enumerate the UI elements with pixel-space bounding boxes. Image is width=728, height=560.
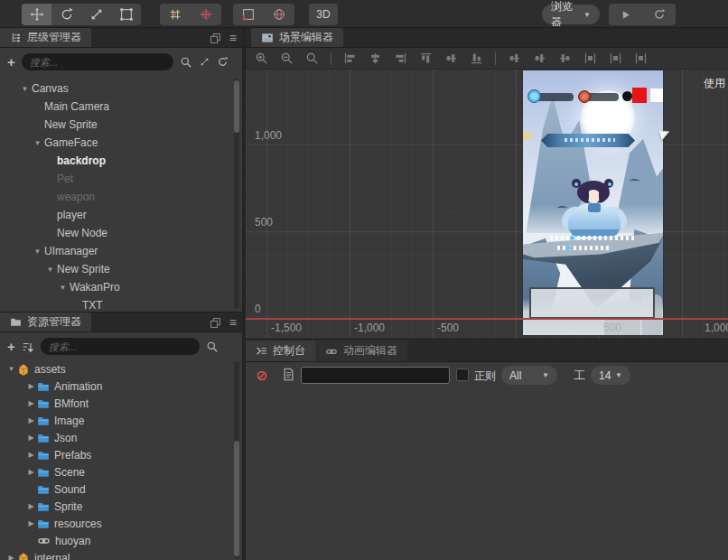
distribute-left-icon[interactable]: [583, 51, 597, 65]
asset-item-huoyan[interactable]: huoyan: [0, 532, 242, 549]
log-level-dropdown[interactable]: All ▼: [501, 366, 557, 385]
x-axis-line: [246, 318, 728, 320]
console-output[interactable]: [246, 387, 728, 560]
collapse-arrow-icon[interactable]: ▶: [5, 554, 17, 560]
float-panel-icon[interactable]: [210, 317, 221, 329]
asset-item-resources[interactable]: ▶resources: [0, 515, 242, 532]
collapse-arrow-icon[interactable]: ▶: [25, 434, 37, 442]
toggle-3d-button[interactable]: 3D: [309, 4, 338, 25]
zoom-reset-icon[interactable]: [305, 51, 319, 65]
distribute-right-icon[interactable]: [634, 51, 648, 65]
tree-item-backdrop[interactable]: ▼backdrop: [0, 152, 242, 170]
expand-arrow-icon[interactable]: ▼: [56, 284, 70, 292]
tab-scene-editor[interactable]: 场景编辑器: [251, 28, 343, 47]
gridline: [350, 70, 350, 338]
move-tool-button[interactable]: [22, 4, 51, 25]
clear-console-icon[interactable]: ⊘: [256, 367, 267, 384]
collapse-arrow-icon[interactable]: ▶: [25, 399, 37, 407]
collapse-arrow-icon[interactable]: ▶: [25, 451, 37, 459]
distribute-center-icon[interactable]: [609, 51, 622, 65]
asset-item-scene[interactable]: ▶Scene: [0, 463, 242, 481]
node-label: Canvas: [32, 82, 69, 95]
console-filter-input[interactable]: [301, 367, 450, 384]
tree-item-wakanpro[interactable]: ▼WakanPro: [0, 278, 242, 296]
assets-search-input[interactable]: [41, 338, 200, 355]
expand-arrow-icon[interactable]: ▼: [31, 247, 44, 256]
asset-item-image[interactable]: ▶Image: [0, 412, 242, 429]
tree-item-weapon[interactable]: ▼weapon: [0, 188, 242, 206]
tree-item-new-node[interactable]: ▼New Node: [0, 224, 242, 242]
zoom-in-icon[interactable]: [255, 51, 268, 65]
sort-icon[interactable]: [22, 341, 34, 353]
panel-menu-icon[interactable]: ≡: [229, 315, 237, 330]
tree-item-canvas[interactable]: ▼Canvas: [0, 79, 242, 98]
tree-item-new-sprite[interactable]: ▼New Sprite: [0, 116, 242, 134]
regex-checkbox[interactable]: [456, 369, 469, 381]
font-size-dropdown[interactable]: 14 ▼: [591, 366, 630, 385]
asset-item-bmfont[interactable]: ▶BMfont: [0, 395, 242, 412]
align-hcenter-icon[interactable]: [369, 51, 382, 65]
search-icon[interactable]: [180, 56, 192, 69]
tab-animation-editor[interactable]: 动画编辑器: [315, 341, 407, 361]
add-node-button[interactable]: +: [7, 54, 15, 70]
align-bottom-edge-icon[interactable]: [558, 51, 572, 65]
tree-item-new-sprite-2[interactable]: ▼New Sprite: [0, 260, 242, 278]
expand-arrow-icon[interactable]: ▼: [43, 266, 57, 274]
asset-item-sound[interactable]: ▶Sound: [0, 481, 242, 498]
collapse-arrow-icon[interactable]: ▶: [25, 382, 37, 390]
expand-arrow-icon[interactable]: ▼: [18, 85, 32, 93]
float-panel-icon[interactable]: [210, 33, 221, 44]
tree-item-pet[interactable]: ▼Pet: [0, 170, 242, 188]
align-top-icon[interactable]: [419, 51, 433, 65]
log-file-icon[interactable]: [282, 368, 295, 381]
browser-dropdown[interactable]: 浏览器 ▼: [542, 5, 600, 24]
asset-item-assets[interactable]: ▼assets: [0, 360, 242, 378]
expand-all-icon[interactable]: [199, 56, 210, 68]
asset-item-animation[interactable]: ▶Animation: [0, 378, 242, 395]
expand-arrow-icon[interactable]: ▼: [31, 139, 44, 147]
align-left-icon[interactable]: [343, 51, 357, 65]
scale-tool-button[interactable]: [81, 4, 111, 25]
collapse-arrow-icon[interactable]: ▶: [25, 519, 37, 527]
rotate-tool-button[interactable]: [51, 4, 81, 25]
search-icon[interactable]: [206, 341, 219, 353]
align-middle-icon[interactable]: [533, 51, 546, 65]
collapse-arrow-icon[interactable]: ▶: [25, 468, 37, 476]
panel-menu-icon[interactable]: ≡: [229, 31, 237, 45]
zoom-out-icon[interactable]: [280, 51, 294, 65]
asset-item-internal[interactable]: ▶internal: [0, 549, 242, 560]
asset-item-json[interactable]: ▶Json: [0, 429, 242, 446]
scene-viewport[interactable]: 1,000 500 0 -1,500 -1,000 -500 500 1,000…: [246, 70, 728, 338]
tab-console[interactable]: 控制台: [246, 341, 315, 361]
align-bottom-icon[interactable]: [470, 51, 483, 65]
asset-item-prefabs[interactable]: ▶Prefabs: [0, 446, 242, 463]
game-canvas-preview[interactable]: [522, 70, 664, 336]
align-right-icon[interactable]: [394, 48, 407, 69]
add-asset-button[interactable]: +: [7, 339, 15, 354]
tree-item-uimanager[interactable]: ▼UImanager: [0, 242, 242, 260]
asset-item-sprite[interactable]: ▶Sprite: [0, 498, 242, 515]
rect-gizmo-button[interactable]: [233, 4, 264, 25]
wireframe-globe-button[interactable]: [264, 4, 294, 25]
tree-item-main-camera[interactable]: ▼Main Camera: [0, 98, 242, 116]
pivot-crosshair-button[interactable]: [191, 4, 221, 25]
tree-item-gameface[interactable]: ▼GameFace: [0, 134, 242, 152]
hierarchy-search-input[interactable]: [22, 53, 173, 70]
assets-scrollbar[interactable]: [234, 361, 239, 559]
play-button[interactable]: [609, 4, 642, 25]
tab-hierarchy[interactable]: 层级管理器: [0, 28, 91, 47]
anchor-grid-button[interactable]: [160, 4, 191, 25]
hierarchy-scrollbar[interactable]: [234, 79, 239, 309]
align-top-edge-icon[interactable]: [508, 51, 521, 65]
refresh-icon[interactable]: [217, 56, 229, 68]
tree-item-player[interactable]: ▼player: [0, 206, 242, 224]
rect-tool-button[interactable]: [111, 4, 141, 25]
collapse-arrow-icon[interactable]: ▶: [25, 502, 37, 510]
asset-label: internal: [34, 552, 70, 560]
align-vcenter-icon[interactable]: [444, 51, 458, 65]
reload-button[interactable]: [642, 4, 676, 25]
tree-item-txt[interactable]: ▼TXT: [0, 296, 242, 312]
expand-arrow-icon[interactable]: ▼: [5, 365, 17, 373]
collapse-arrow-icon[interactable]: ▶: [25, 416, 37, 425]
tab-assets[interactable]: 资源管理器: [0, 313, 91, 331]
